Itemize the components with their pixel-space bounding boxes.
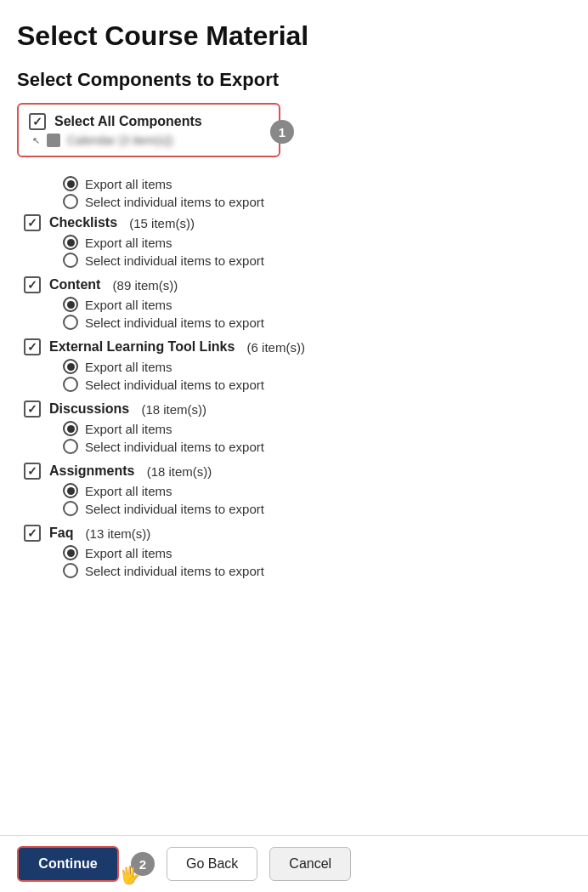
- continue-button[interactable]: Continue: [17, 846, 119, 882]
- section-title: Select Components to Export: [17, 69, 571, 91]
- select-individual-radio-0[interactable]: [63, 253, 78, 268]
- calendar-export-all-label: Export all items: [85, 177, 172, 191]
- calendar-export-all-radio[interactable]: [63, 176, 78, 191]
- export-all-label-1: Export all items: [85, 298, 172, 312]
- export-all-row-5: Export all items: [63, 545, 571, 560]
- calendar-select-individual-label: Select individual items to export: [85, 195, 264, 209]
- component-count-3: (18 item(s)): [138, 402, 206, 417]
- component-name-4: Assignments: [49, 463, 134, 479]
- select-individual-radio-5[interactable]: [63, 563, 78, 578]
- select-individual-radio-1[interactable]: [63, 315, 78, 330]
- select-individual-radio-3[interactable]: [63, 439, 78, 454]
- component-name-1: Content: [49, 277, 100, 293]
- radio-group-5: Export all items Select individual items…: [17, 545, 571, 578]
- calendar-export-all-row: Export all items: [63, 176, 571, 191]
- component-name-5: Faq: [49, 526, 73, 541]
- badge-1: 1: [270, 120, 294, 144]
- radio-group-4: Export all items Select individual items…: [17, 483, 571, 516]
- calendar-icon: [47, 134, 60, 147]
- component-section-1: Content (89 item(s)) Export all items Se…: [17, 276, 571, 330]
- select-individual-row-3: Select individual items to export: [63, 439, 571, 454]
- export-all-row-2: Export all items: [63, 359, 571, 374]
- component-name-0: Checklists: [49, 215, 117, 230]
- calendar-select-individual-radio[interactable]: [63, 194, 78, 209]
- select-all-box: Select All Components ↖ Calendar (3 item…: [17, 103, 280, 157]
- go-back-button[interactable]: Go Back: [167, 847, 257, 881]
- component-count-1: (89 item(s)): [109, 278, 178, 293]
- component-checkbox-0[interactable]: [24, 214, 41, 231]
- export-all-label-2: Export all items: [85, 360, 172, 374]
- components-container: Checklists (15 item(s)) Export all items…: [17, 214, 571, 578]
- export-all-radio-2[interactable]: [63, 359, 78, 374]
- component-section-5: Faq (13 item(s)) Export all items Select…: [17, 525, 571, 578]
- export-all-label-3: Export all items: [85, 422, 172, 436]
- component-count-2: (6 item(s)): [243, 340, 305, 355]
- component-count-4: (18 item(s)): [143, 464, 212, 479]
- export-all-radio-0[interactable]: [63, 235, 78, 250]
- select-individual-label-4: Select individual items to export: [85, 502, 264, 516]
- select-individual-label-1: Select individual items to export: [85, 315, 264, 330]
- export-all-radio-1[interactable]: [63, 297, 78, 312]
- radio-group-0: Export all items Select individual items…: [17, 235, 571, 268]
- export-all-row-1: Export all items: [63, 297, 571, 312]
- select-individual-label-5: Select individual items to export: [85, 564, 264, 578]
- hand-cursor-icon: 🖐: [119, 865, 140, 885]
- calendar-select-individual-row: Select individual items to export: [63, 194, 571, 209]
- select-individual-row-0: Select individual items to export: [63, 253, 571, 268]
- bottom-bar: Continue 2 Go Back Cancel: [0, 835, 588, 892]
- select-individual-label-0: Select individual items to export: [85, 253, 264, 268]
- page-title: Select Course Material: [17, 20, 571, 52]
- select-individual-row-2: Select individual items to export: [63, 377, 571, 392]
- export-all-radio-4[interactable]: [63, 483, 78, 498]
- select-individual-radio-2[interactable]: [63, 377, 78, 392]
- component-header-1: Content (89 item(s)): [17, 276, 571, 293]
- radio-group-1: Export all items Select individual items…: [17, 297, 571, 330]
- component-header-5: Faq (13 item(s)): [17, 525, 571, 542]
- select-individual-label-3: Select individual items to export: [85, 440, 264, 454]
- export-all-label-5: Export all items: [85, 546, 172, 560]
- select-individual-label-2: Select individual items to export: [85, 378, 264, 392]
- select-individual-row-1: Select individual items to export: [63, 315, 571, 330]
- component-checkbox-4[interactable]: [24, 463, 41, 480]
- export-all-radio-5[interactable]: [63, 545, 78, 560]
- component-name-2: External Learning Tool Links: [49, 339, 235, 355]
- export-all-label-4: Export all items: [85, 484, 172, 498]
- component-section-2: External Learning Tool Links (6 item(s))…: [17, 338, 571, 392]
- component-checkbox-3[interactable]: [24, 401, 41, 418]
- cursor-icon: ↖: [32, 135, 40, 146]
- component-section-3: Discussions (18 item(s)) Export all item…: [17, 401, 571, 454]
- select-individual-row-4: Select individual items to export: [63, 501, 571, 516]
- component-checkbox-1[interactable]: [24, 276, 41, 293]
- export-all-row-0: Export all items: [63, 235, 571, 250]
- component-section-4: Assignments (18 item(s)) Export all item…: [17, 463, 571, 516]
- calendar-radio-group: Export all items Select individual items…: [17, 176, 571, 209]
- calendar-blurred-text: Calendar (3 item(s)): [67, 134, 172, 147]
- select-all-label: Select All Components: [54, 114, 202, 129]
- radio-group-2: Export all items Select individual items…: [17, 359, 571, 392]
- cancel-button[interactable]: Cancel: [269, 847, 351, 881]
- export-all-row-4: Export all items: [63, 483, 571, 498]
- component-header-4: Assignments (18 item(s)): [17, 463, 571, 480]
- component-checkbox-5[interactable]: [24, 525, 41, 542]
- export-all-label-0: Export all items: [85, 236, 172, 250]
- component-header-2: External Learning Tool Links (6 item(s)): [17, 338, 571, 355]
- select-all-checkbox[interactable]: [29, 113, 46, 130]
- radio-group-3: Export all items Select individual items…: [17, 421, 571, 454]
- component-header-3: Discussions (18 item(s)): [17, 401, 571, 418]
- select-individual-row-5: Select individual items to export: [63, 563, 571, 578]
- component-count-5: (13 item(s)): [82, 526, 150, 541]
- component-checkbox-2[interactable]: [24, 338, 41, 355]
- component-header-0: Checklists (15 item(s)): [17, 214, 571, 231]
- component-name-3: Discussions: [49, 401, 129, 417]
- select-individual-radio-4[interactable]: [63, 501, 78, 516]
- component-count-0: (15 item(s)): [126, 216, 195, 230]
- component-section-0: Checklists (15 item(s)) Export all items…: [17, 214, 571, 268]
- export-all-row-3: Export all items: [63, 421, 571, 436]
- export-all-radio-3[interactable]: [63, 421, 78, 436]
